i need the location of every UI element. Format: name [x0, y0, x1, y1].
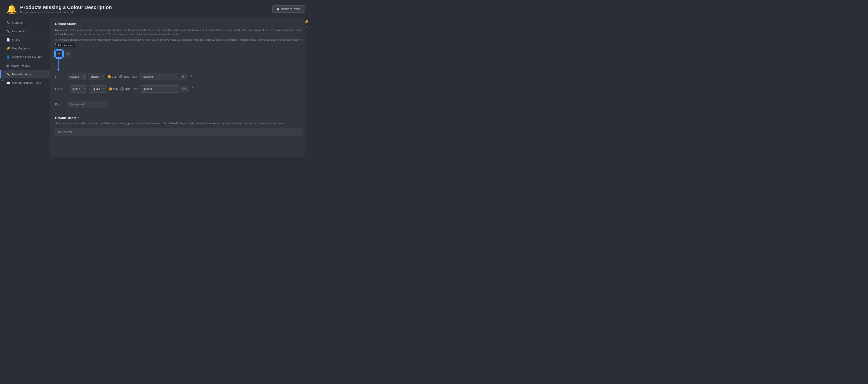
- sidebar-label-general: General: [12, 21, 23, 24]
- sidebar-label-record-status: Record Status: [12, 72, 31, 76]
- sidebar-item-communication[interactable]: ✉️ Communication Rules: [0, 78, 50, 87]
- else-input[interactable]: [68, 101, 108, 108]
- sidebar-label-custom-fields: Custom Fields: [11, 64, 30, 67]
- right-icon-2: ▶: [306, 25, 308, 28]
- radio-true-label-1: true: [112, 75, 117, 78]
- operator-select-2[interactable]: Equals: [89, 85, 106, 93]
- section-desc-1: Manage the status of the results by prov…: [55, 28, 303, 36]
- content-area: 🔔 ▶ Record Status Manage the status of t…: [50, 18, 309, 157]
- then-label-1: then: [131, 75, 137, 78]
- more-options-1[interactable]: ⋮: [189, 74, 194, 79]
- radio-false-label-2: false: [125, 88, 130, 91]
- result-input-2[interactable]: [140, 85, 179, 93]
- sidebar-label-query: Query: [12, 38, 20, 41]
- delete-row-btn-2[interactable]: 🗑: [181, 86, 188, 92]
- radio-true-2[interactable]: true: [109, 88, 118, 91]
- return-to-project-button[interactable]: 🏠 Return to Project: [272, 5, 305, 13]
- default-status-wrapper: Unresolved Resolved Ignored: [55, 128, 303, 136]
- wrench-icon: 🔧: [6, 21, 10, 24]
- condition-label-if: If: [55, 75, 65, 78]
- sidebar-item-record-status[interactable]: ✏️ Record Status: [0, 70, 50, 78]
- radio-group-2: true false: [109, 88, 130, 91]
- header-text: Products Missing a Colour Description Na…: [20, 4, 112, 13]
- key-icon: 🔑: [6, 47, 10, 50]
- default-status-desc: Select the status that will be displayed…: [55, 121, 303, 125]
- section-title: Record Status: [55, 22, 303, 26]
- sidebar-item-custom-fields[interactable]: ⊞ Custom Fields: [0, 61, 50, 70]
- blue-arrow-indicator: [58, 58, 59, 69]
- radio-true-label-2: true: [113, 88, 118, 91]
- email-icon: ✉️: [6, 81, 10, 84]
- delete-row-btn-1[interactable]: 🗑: [180, 74, 186, 80]
- sidebar-item-general[interactable]: 🔧 General: [0, 19, 50, 27]
- operator-select-wrapper-1: Equals: [88, 73, 105, 80]
- toolbar-row: Add condition + ↻: [55, 50, 303, 58]
- user-icon: 👤: [6, 55, 10, 59]
- connection-icon: 🔧: [6, 30, 10, 33]
- section-desc-2: All available options below are generate…: [55, 38, 303, 46]
- default-status-select[interactable]: Unresolved Resolved Ignored: [55, 128, 303, 136]
- condition-row-else-if: Else if Ignore Equals true: [55, 83, 303, 94]
- else-label: Else: [55, 103, 65, 106]
- sidebar-item-assigned-user[interactable]: 👤 Assigned User Column: [0, 53, 50, 61]
- required-star: *: [77, 116, 79, 120]
- default-status-section: Default Status * Select the status that …: [55, 116, 303, 136]
- radio-group-1: true false: [107, 75, 129, 78]
- query-icon: 📄: [6, 38, 10, 41]
- trash-icon-1: 🗑: [182, 75, 185, 78]
- trash-icon-2: 🗑: [183, 87, 186, 91]
- result-input-1[interactable]: [139, 73, 178, 80]
- arrow-spacer: [55, 60, 303, 71]
- sidebar-label-key-columns: Key Columns: [12, 47, 30, 50]
- grid-icon: ⊞: [6, 64, 9, 67]
- sidebar-item-query[interactable]: 📄 Query: [0, 36, 50, 44]
- sidebar: 🔧 General 🔧 Connection 📄 Query 🔑 Key Col…: [0, 18, 50, 157]
- condition-label-else-if: Else if: [55, 88, 68, 91]
- radio-true-1[interactable]: true: [107, 75, 117, 78]
- return-icon: 🏠: [276, 7, 280, 11]
- refresh-button[interactable]: ↻: [65, 51, 71, 57]
- condition-row-if: If deleted Equals true: [55, 71, 303, 82]
- record-status-section: Record Status Manage the status of the r…: [55, 22, 303, 110]
- page-title: Products Missing a Colour Description: [20, 4, 112, 10]
- refresh-icon: ↻: [67, 52, 69, 56]
- more-options-2[interactable]: ⋮: [190, 87, 195, 91]
- right-panel: 🔔 ▶: [305, 18, 309, 157]
- sidebar-item-key-columns[interactable]: 🔑 Key Columns: [0, 44, 50, 53]
- operator-select-1[interactable]: Equals: [88, 73, 105, 80]
- radio-dot-orange-1: [107, 75, 111, 78]
- radio-false-2[interactable]: false: [121, 88, 130, 91]
- right-icon-1: 🔔: [305, 20, 309, 23]
- divider-1: [55, 97, 303, 97]
- column-select-wrapper-1: deleted: [68, 73, 86, 80]
- bell-icon: 🔔: [6, 4, 17, 14]
- header: 🔔 Products Missing a Colour Description …: [0, 0, 309, 18]
- radio-dot-orange-2: [109, 88, 112, 91]
- main-layout: 🔧 General 🔧 Connection 📄 Query 🔑 Key Col…: [0, 18, 309, 157]
- operator-select-wrapper-2: Equals: [89, 85, 106, 93]
- column-select-wrapper-2: Ignore: [70, 85, 87, 93]
- column-select-1[interactable]: deleted: [68, 73, 86, 80]
- radio-dot-gray-2: [121, 88, 124, 91]
- radio-false-label-1: false: [124, 75, 129, 78]
- left-collapse-chevron[interactable]: ❮❮: [0, 77, 4, 81]
- page-subtitle: Navigate to the section that you would l…: [20, 11, 112, 13]
- radio-dot-gray-1: [119, 75, 123, 78]
- sidebar-label-assigned-user: Assigned User Column: [12, 55, 42, 59]
- default-status-title: Default Status *: [55, 116, 303, 120]
- add-condition-button[interactable]: +: [55, 50, 63, 58]
- radio-false-1[interactable]: false: [119, 75, 129, 78]
- sidebar-label-communication: Communication Rules: [12, 81, 41, 84]
- else-row: Else: [55, 99, 303, 110]
- column-select-2[interactable]: Ignore: [70, 85, 87, 93]
- edit-icon: ✏️: [6, 72, 10, 76]
- then-label-2: then: [133, 88, 138, 91]
- sidebar-item-connection[interactable]: 🔧 Connection: [0, 27, 50, 36]
- sidebar-label-connection: Connection: [12, 30, 27, 33]
